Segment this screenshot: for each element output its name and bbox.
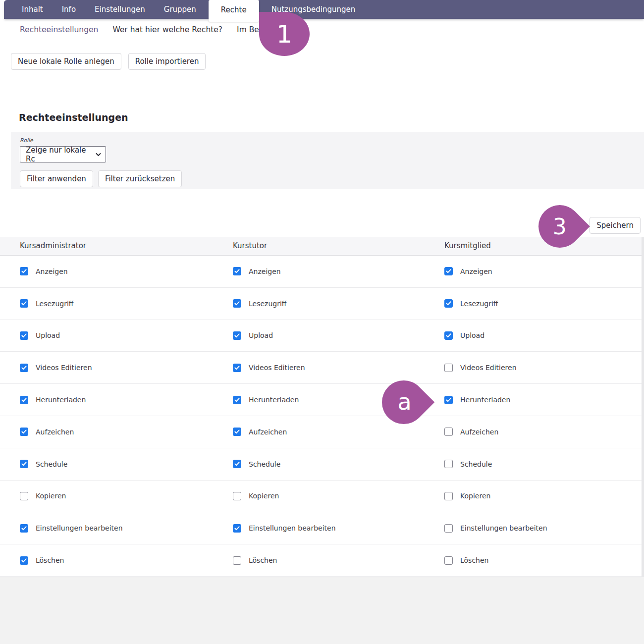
kursadministrator-anzeigen-cell[interactable]: Anzeigen <box>0 267 213 275</box>
kursmitglied-schedule-cell[interactable]: Schedule <box>425 460 644 468</box>
permission-label: Videos Editieren <box>460 364 517 372</box>
checkbox-unchecked-icon[interactable] <box>444 364 453 372</box>
tab-rechte[interactable]: Rechte <box>209 0 259 22</box>
permission-label: Upload <box>36 331 60 339</box>
annotation-balloon-1-label: 1 <box>276 20 292 49</box>
annotation-balloon-a-label: a <box>397 388 411 415</box>
checkbox-unchecked-icon[interactable] <box>444 524 453 533</box>
permission-label: Einstellungen bearbeiten <box>460 524 547 532</box>
kursmitglied-aufzeichen-cell[interactable]: Aufzeichen <box>425 428 644 436</box>
checkbox-unchecked-icon[interactable] <box>444 460 453 468</box>
checkbox-checked-icon[interactable] <box>233 396 241 404</box>
checkbox-checked-icon[interactable] <box>20 396 28 404</box>
permission-label: Löschen <box>460 556 488 564</box>
kursadministrator-einstellungen-bearbeiten-cell[interactable]: Einstellungen bearbeiten <box>0 524 213 533</box>
checkbox-checked-icon[interactable] <box>233 524 241 533</box>
kursadministrator-schedule-cell[interactable]: Schedule <box>0 460 213 468</box>
checkbox-checked-icon[interactable] <box>233 460 241 468</box>
kursadministrator-kopieren-cell[interactable]: Kopieren <box>0 492 213 500</box>
tab-gruppen[interactable]: Gruppen <box>155 0 206 19</box>
annotation-balloon-1: 1 <box>259 12 310 56</box>
table-row-videos-editieren: Videos EditierenVideos EditierenVideos E… <box>0 352 644 384</box>
checkbox-checked-icon[interactable] <box>20 267 28 275</box>
subnav: Rechteeinstellungen Wer hat hier welche … <box>20 25 272 34</box>
kurstutor-lesezugriff-cell[interactable]: Lesezugriff <box>213 299 425 308</box>
tab-info[interactable]: Info <box>53 0 85 19</box>
tab-inhalt[interactable]: Inhalt <box>12 0 53 19</box>
kursmitglied-upload-cell[interactable]: Upload <box>425 331 644 340</box>
filter-panel: Rolle Zeige nur lokale Rc Filter anwende… <box>11 132 644 189</box>
table-row-schedule: ScheduleScheduleSchedule <box>0 448 644 481</box>
checkbox-checked-icon[interactable] <box>20 460 28 468</box>
checkbox-checked-icon[interactable] <box>20 556 28 565</box>
kurstutor-upload-cell[interactable]: Upload <box>213 331 425 340</box>
kursadministrator-l-schen-cell[interactable]: Löschen <box>0 556 213 565</box>
kursmitglied-l-schen-cell[interactable]: Löschen <box>425 556 644 565</box>
kurstutor-videos-editieren-cell[interactable]: Videos Editieren <box>213 364 425 372</box>
permission-label: Aufzeichen <box>460 428 498 436</box>
checkbox-unchecked-icon[interactable] <box>444 492 453 500</box>
kurstutor-einstellungen-bearbeiten-cell[interactable]: Einstellungen bearbeiten <box>213 524 425 533</box>
permission-label: Aufzeichen <box>249 428 287 436</box>
permission-label: Lesezugriff <box>460 300 498 308</box>
table-row-upload: UploadUploadUpload <box>0 320 644 352</box>
kursmitglied-anzeigen-cell[interactable]: Anzeigen <box>425 267 644 275</box>
column-header-kursadministrator: Kursadministrator <box>0 237 213 255</box>
checkbox-checked-icon[interactable] <box>20 428 28 436</box>
checkbox-checked-icon[interactable] <box>444 267 453 275</box>
kurstutor-kopieren-cell[interactable]: Kopieren <box>213 492 425 500</box>
checkbox-unchecked-icon[interactable] <box>20 492 28 500</box>
permission-label: Kopieren <box>249 492 279 500</box>
kursmitglied-videos-editieren-cell[interactable]: Videos Editieren <box>425 364 644 372</box>
checkbox-checked-icon[interactable] <box>444 299 453 308</box>
checkbox-checked-icon[interactable] <box>233 331 241 340</box>
kursmitglied-einstellungen-bearbeiten-cell[interactable]: Einstellungen bearbeiten <box>425 524 644 533</box>
kursmitglied-herunterladen-cell[interactable]: Herunterladen <box>425 396 644 404</box>
kursadministrator-herunterladen-cell[interactable]: Herunterladen <box>0 396 213 404</box>
checkbox-checked-icon[interactable] <box>233 364 241 372</box>
kursadministrator-upload-cell[interactable]: Upload <box>0 331 213 340</box>
checkbox-checked-icon[interactable] <box>444 331 453 340</box>
role-filter-select[interactable]: Zeige nur lokale Rc <box>20 146 106 162</box>
checkbox-unchecked-icon[interactable] <box>233 556 241 565</box>
table-row-lesezugriff: LesezugriffLesezugriffLesezugriff <box>0 288 644 320</box>
permission-label: Löschen <box>249 556 277 564</box>
filter-apply-button[interactable]: Filter anwenden <box>20 170 93 187</box>
save-button[interactable]: Speichern <box>590 217 641 234</box>
annotation-balloon-3-label: 3 <box>553 214 567 239</box>
checkbox-checked-icon[interactable] <box>233 299 241 308</box>
kurstutor-anzeigen-cell[interactable]: Anzeigen <box>213 267 425 275</box>
checkbox-checked-icon[interactable] <box>20 299 28 308</box>
permissions-table-body: AnzeigenAnzeigenAnzeigenLesezugriffLesez… <box>0 256 644 577</box>
checkbox-checked-icon[interactable] <box>20 524 28 533</box>
kursmitglied-lesezugriff-cell[interactable]: Lesezugriff <box>425 299 644 308</box>
role-actions-row: Neue lokale Rolle anlegen Rolle importie… <box>11 53 206 70</box>
kursmitglied-kopieren-cell[interactable]: Kopieren <box>425 492 644 500</box>
import-role-button[interactable]: Rolle importieren <box>128 53 206 70</box>
kursadministrator-videos-editieren-cell[interactable]: Videos Editieren <box>0 364 213 372</box>
role-filter-label: Rolle <box>20 137 644 144</box>
checkbox-unchecked-icon[interactable] <box>444 428 453 436</box>
kurstutor-aufzeichen-cell[interactable]: Aufzeichen <box>213 428 425 436</box>
permission-label: Herunterladen <box>460 396 510 404</box>
checkbox-checked-icon[interactable] <box>233 428 241 436</box>
kursadministrator-lesezugriff-cell[interactable]: Lesezugriff <box>0 299 213 308</box>
kurstutor-l-schen-cell[interactable]: Löschen <box>213 556 425 565</box>
subtab-rechteeinstellungen[interactable]: Rechteeinstellungen <box>20 25 98 34</box>
checkbox-checked-icon[interactable] <box>20 364 28 372</box>
permission-label: Schedule <box>460 460 492 468</box>
filter-reset-button[interactable]: Filter zurücksetzen <box>98 170 182 187</box>
checkbox-unchecked-icon[interactable] <box>444 556 453 565</box>
kurstutor-schedule-cell[interactable]: Schedule <box>213 460 425 468</box>
table-scrollbar[interactable] <box>642 237 644 577</box>
checkbox-checked-icon[interactable] <box>20 331 28 340</box>
checkbox-checked-icon[interactable] <box>233 267 241 275</box>
tab-einstellungen[interactable]: Einstellungen <box>85 0 155 19</box>
permission-label: Videos Editieren <box>249 364 305 372</box>
subtab-wer-hat-welche-rechte[interactable]: Wer hat hier welche Rechte? <box>112 25 222 34</box>
table-row-einstellungen-bearbeiten: Einstellungen bearbeitenEinstellungen be… <box>0 512 644 544</box>
new-local-role-button[interactable]: Neue lokale Rolle anlegen <box>11 53 121 70</box>
kursadministrator-aufzeichen-cell[interactable]: Aufzeichen <box>0 428 213 436</box>
checkbox-checked-icon[interactable] <box>444 396 453 404</box>
checkbox-unchecked-icon[interactable] <box>233 492 241 500</box>
